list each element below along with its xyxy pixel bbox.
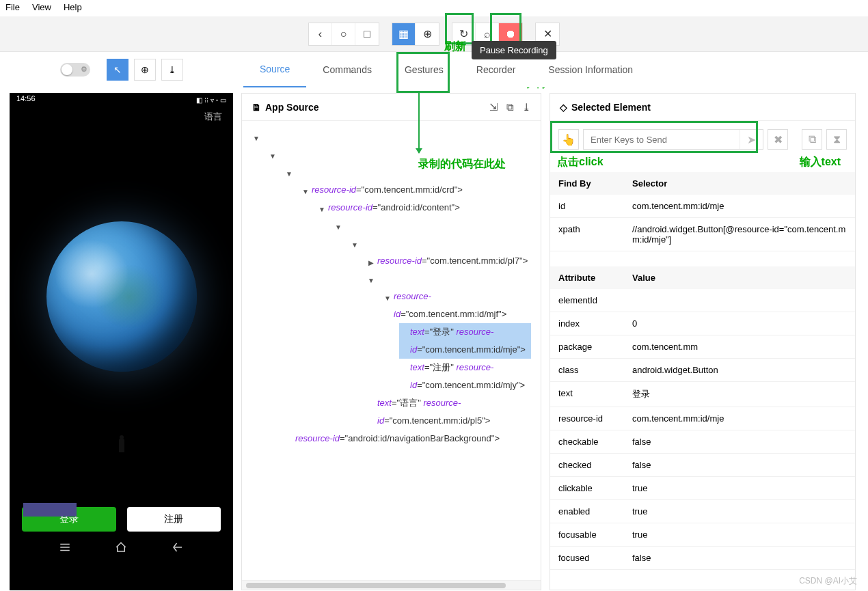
table-row: checkablefalse: [550, 430, 855, 454]
table-row: resource-idcom.tencent.mm:id/mje: [550, 407, 855, 430]
table-row: checkedfalse: [550, 454, 855, 477]
table-row: text登录: [550, 382, 855, 407]
annotation-input: 输入text: [800, 155, 841, 169]
tree-node[interactable]: resource-id="android:id/navigationBarBac…: [284, 430, 531, 448]
selector-header: Selector: [624, 172, 855, 195]
findby-table: Find By Selector idcom.tencent.mm:id/mje…: [550, 172, 855, 251]
table-row: xpath//android.widget.Button[@resource-i…: [550, 218, 855, 251]
menu-file[interactable]: File: [5, 2, 20, 14]
file-icon: 🗎: [252, 102, 261, 113]
table-row: enabledtrue: [550, 500, 855, 523]
nav-back-icon[interactable]: [172, 541, 184, 553]
selected-element-title: Selected Element: [571, 102, 651, 113]
nav-home-button[interactable]: ○: [332, 23, 355, 45]
tree-node[interactable]: ▶resource-id="com.tencent.mm:id/pl7">: [366, 252, 531, 270]
toggle-switch[interactable]: ⚙: [60, 63, 90, 77]
tree-node[interactable]: ▼resource-id="com.tencent.mm:id/mjf">: [383, 288, 531, 323]
table-row: focusabletrue: [550, 523, 855, 547]
nav-home-icon[interactable]: [115, 541, 127, 553]
timing-button[interactable]: ⧗: [826, 129, 847, 150]
toolbar-top: ‹ ○ □ ▦ ⊕ ↻ ⌕ ⏺ ✕: [0, 16, 868, 52]
selected-element-panel: ◇Selected Element 👆 ➤ ✖ ⧉ ⧗ 点击click 输入te…: [550, 93, 856, 590]
tree-node[interactable]: ▼: [366, 270, 531, 288]
watermark: CSDN @AI小艾: [799, 575, 857, 587]
table-row: elementId: [550, 289, 855, 312]
xml-tree[interactable]: ▼▼▼▼resource-id="com.tencent.mm:id/crd">…: [242, 121, 541, 580]
tab-commands[interactable]: Commands: [306, 52, 388, 87]
table-row: classandroid.widget.Button: [550, 359, 855, 382]
menu-view[interactable]: View: [32, 2, 51, 14]
phone-navbar: [10, 532, 233, 558]
tab-gestures[interactable]: Gestures: [388, 52, 460, 87]
phone-screenshot[interactable]: 14:56 ◧ ⁝⁝ ▿ ◦ ▭ 语言 登录 注册: [10, 93, 233, 590]
inspect-button[interactable]: ↖: [107, 59, 128, 81]
phone-splash-image: [10, 127, 233, 507]
tree-node[interactable]: ▼: [252, 128, 531, 146]
app-source-title: App Source: [265, 102, 319, 113]
tree-node[interactable]: text="登录" resource-id="com.tencent.mm:id…: [399, 323, 531, 359]
table-row: clickabletrue: [550, 477, 855, 500]
findby-header: Find By: [550, 172, 624, 195]
swipe-button[interactable]: ⊕: [134, 59, 156, 81]
tree-node[interactable]: ▼resource-id="android:id/content">: [317, 199, 531, 217]
annotation-code-here: 录制的代码在此处: [418, 157, 506, 171]
crosshair-icon: ◇: [560, 102, 567, 113]
value-header: Value: [624, 266, 855, 289]
phone-status-icons: ◧ ⁝⁝ ▿ ◦ ▭: [196, 94, 226, 105]
tab-bar: Source Commands Gestures Recorder Sessio…: [243, 52, 649, 87]
horizontal-scrollbar[interactable]: [242, 580, 541, 590]
tap-button[interactable]: 👆: [558, 129, 579, 150]
tree-node[interactable]: text="注册" resource-id="com.tencent.mm:id…: [399, 359, 531, 394]
phone-register-button[interactable]: 注册: [127, 507, 221, 532]
download-source-icon[interactable]: ⤓: [522, 101, 531, 113]
sub-toolbar: ⚙ ↖ ⊕ ⤓ Source Commands Gestures Recorde…: [0, 52, 868, 87]
menubar: File View Help: [0, 0, 868, 16]
annotation-arrow: [418, 92, 420, 153]
gear-icon: ⚙: [81, 65, 87, 74]
tree-node[interactable]: ▼: [350, 234, 531, 252]
table-row: focusedfalse: [550, 547, 855, 570]
tab-source[interactable]: Source: [243, 52, 306, 87]
tree-node[interactable]: ▼: [334, 217, 531, 234]
nav-menu-icon[interactable]: [59, 541, 71, 553]
tree-node[interactable]: text="语言" resource-id="com.tencent.mm:id…: [366, 394, 531, 430]
select-mode-button[interactable]: ▦: [392, 23, 416, 45]
menu-help[interactable]: Help: [64, 2, 82, 14]
table-row: packagecom.tencent.mm: [550, 335, 855, 359]
send-keys-button[interactable]: ➤: [740, 130, 763, 149]
clear-button[interactable]: ✖: [768, 129, 788, 150]
web-mode-button[interactable]: ⊕: [416, 23, 439, 45]
earth-image: [46, 221, 197, 372]
expand-icon[interactable]: ⇲: [489, 101, 498, 113]
phone-statusbar: 14:56 ◧ ⁝⁝ ▿ ◦ ▭: [10, 93, 233, 107]
send-keys-input[interactable]: [584, 130, 740, 149]
nav-back-button[interactable]: ‹: [309, 23, 332, 45]
copy-icon[interactable]: ⧉: [506, 101, 514, 113]
tree-node[interactable]: ▼resource-id="com.tencent.mm:id/crd">: [301, 181, 531, 199]
attribute-header: Attribute: [550, 266, 624, 289]
tooltip-pause-recording: Pause Recording: [472, 41, 556, 59]
table-row: index0: [550, 312, 855, 335]
download-button[interactable]: ⤓: [161, 59, 183, 81]
nav-recent-button[interactable]: □: [355, 23, 379, 45]
copy-element-button[interactable]: ⧉: [802, 129, 822, 150]
selection-highlight: [23, 503, 77, 517]
attributes-table: Attribute Value elementIdindex0packageco…: [550, 266, 855, 570]
phone-language-button[interactable]: 语言: [10, 107, 233, 127]
table-row: idcom.tencent.mm:id/mje: [550, 195, 855, 218]
phone-time: 14:56: [16, 94, 36, 105]
person-silhouette: [119, 439, 124, 452]
